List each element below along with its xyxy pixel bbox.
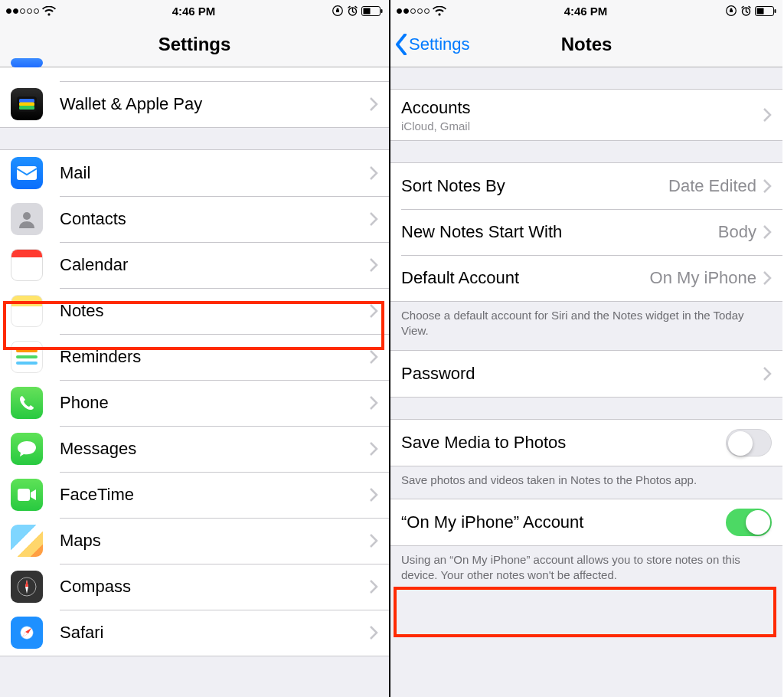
settings-row-reminders[interactable]: Reminders — [0, 334, 389, 380]
footer-default-account: Choose a default account for Siri and th… — [390, 302, 782, 350]
alarm-icon — [347, 5, 358, 17]
settings-row-contacts[interactable]: Contacts — [0, 196, 389, 242]
svg-rect-3 — [363, 8, 370, 14]
compass-icon — [11, 571, 43, 603]
row-label: Reminders — [60, 347, 369, 367]
chevron-right-icon — [369, 97, 378, 111]
row-label: Sort Notes By — [401, 176, 668, 196]
chevron-right-icon — [763, 225, 772, 239]
save-media-row[interactable]: Save Media to Photos — [390, 420, 782, 466]
svg-point-10 — [23, 212, 31, 220]
row-label: Default Account — [401, 268, 650, 288]
svg-rect-7 — [19, 103, 34, 106]
row-value: Body — [718, 222, 756, 242]
settings-row-partial[interactable] — [0, 67, 389, 81]
row-label: Compass — [60, 577, 369, 597]
svg-rect-8 — [19, 106, 34, 110]
footer-save-media: Save photos and videos taken in Notes to… — [390, 466, 782, 499]
status-bar: 4:46 PM — [390, 0, 782, 21]
row-label: Maps — [60, 531, 369, 551]
settings-row-facetime[interactable]: FaceTime — [0, 472, 389, 518]
password-row[interactable]: Password — [390, 351, 782, 397]
default-account-row[interactable]: Default Account On My iPhone — [390, 255, 782, 301]
on-my-iphone-row[interactable]: “On My iPhone” Account — [390, 499, 782, 545]
orientation-lock-icon — [725, 5, 737, 17]
chevron-right-icon — [369, 534, 378, 548]
settings-row-safari[interactable]: Safari — [0, 610, 389, 656]
settings-row-wallet[interactable]: Wallet & Apple Pay — [0, 81, 389, 127]
settings-pane: 4:46 PM Settings — [0, 0, 390, 697]
app-icon — [11, 58, 43, 67]
row-label: Save Media to Photos — [401, 433, 726, 453]
settings-row-calendar[interactable]: Calendar — [0, 242, 389, 288]
orientation-lock-icon — [332, 5, 344, 17]
mail-icon — [11, 157, 43, 189]
accounts-sub: iCloud, Gmail — [401, 119, 763, 133]
row-label: Password — [401, 364, 763, 384]
back-button[interactable]: Settings — [395, 34, 470, 55]
row-label: Safari — [60, 623, 369, 643]
row-label: Accounts — [401, 98, 763, 118]
on-my-iphone-toggle[interactable] — [726, 509, 772, 536]
status-bar: 4:46 PM — [0, 0, 389, 21]
back-label: Settings — [409, 34, 470, 54]
chevron-right-icon — [369, 212, 378, 226]
row-label: Calendar — [60, 255, 369, 275]
highlight-on-my-iphone-row — [394, 587, 776, 637]
new-notes-start-row[interactable]: New Notes Start With Body — [390, 209, 782, 255]
maps-icon — [11, 525, 43, 557]
chevron-right-icon — [369, 396, 378, 410]
calendar-icon — [11, 249, 43, 281]
reminders-icon — [11, 341, 43, 373]
row-label: Notes — [60, 301, 369, 321]
chevron-right-icon — [369, 626, 378, 640]
nav-bar: Settings — [0, 21, 389, 67]
accounts-row[interactable]: Accounts iCloud, Gmail — [390, 90, 782, 140]
settings-row-compass[interactable]: Compass — [0, 564, 389, 610]
wifi-icon — [433, 6, 446, 16]
settings-row-maps[interactable]: Maps — [0, 518, 389, 564]
sort-notes-row[interactable]: Sort Notes By Date Edited — [390, 163, 782, 209]
row-label: New Notes Start With — [401, 222, 718, 242]
settings-row-phone[interactable]: Phone — [0, 380, 389, 426]
save-media-toggle[interactable] — [726, 429, 772, 456]
row-label: Contacts — [60, 209, 369, 229]
nav-bar: Settings Notes — [390, 21, 782, 67]
chevron-right-icon — [369, 258, 378, 272]
messages-icon — [11, 433, 43, 465]
chevron-right-icon — [763, 179, 772, 193]
chevron-right-icon — [369, 442, 378, 456]
chevron-right-icon — [763, 108, 772, 122]
row-label: Phone — [60, 393, 369, 413]
settings-row-mail[interactable]: Mail — [0, 150, 389, 196]
chevron-right-icon — [369, 350, 378, 364]
row-label: Wallet & Apple Pay — [60, 94, 369, 114]
battery-icon — [755, 6, 776, 16]
settings-row-notes[interactable]: Notes — [0, 288, 389, 334]
settings-row-messages[interactable]: Messages — [0, 426, 389, 472]
chevron-right-icon — [763, 367, 772, 381]
wallet-icon — [11, 88, 43, 120]
page-title: Notes — [561, 34, 612, 55]
svg-rect-16 — [756, 8, 763, 14]
notes-settings-pane: 4:46 PM Settings Notes — [390, 0, 782, 697]
row-label: FaceTime — [60, 485, 369, 505]
chevron-right-icon — [369, 166, 378, 180]
row-label: Messages — [60, 439, 369, 459]
chevron-right-icon — [369, 304, 378, 318]
status-time: 4:46 PM — [564, 5, 608, 18]
status-time: 4:46 PM — [172, 5, 216, 18]
signal-dots-icon — [6, 8, 39, 14]
battery-icon — [361, 6, 383, 16]
safari-icon — [11, 617, 43, 649]
contacts-icon — [11, 203, 43, 235]
row-value: On My iPhone — [650, 268, 756, 288]
row-label: “On My iPhone” Account — [401, 512, 726, 532]
chevron-right-icon — [763, 271, 772, 285]
row-label: Mail — [60, 163, 369, 183]
alarm-icon — [740, 5, 752, 17]
page-title: Settings — [158, 34, 231, 55]
row-value: Date Edited — [668, 176, 756, 196]
svg-rect-9 — [17, 166, 37, 180]
svg-rect-11 — [18, 489, 30, 501]
